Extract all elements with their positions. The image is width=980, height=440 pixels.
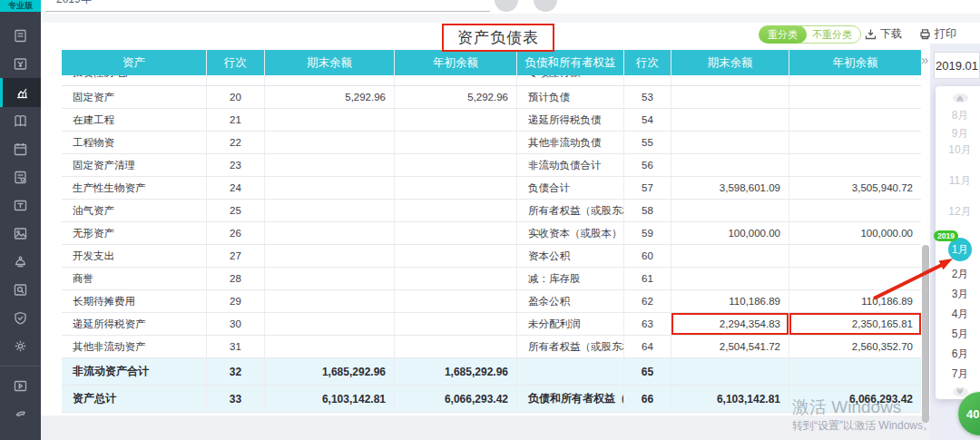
- amount-cell[interactable]: 100,000.00: [789, 222, 921, 244]
- amount-cell[interactable]: [789, 154, 921, 176]
- phone-support-icon: [13, 406, 28, 422]
- amount-cell[interactable]: [671, 132, 789, 153]
- month-item-6月[interactable]: 6月: [936, 344, 980, 364]
- amount-cell[interactable]: [265, 245, 395, 267]
- amount-cell[interactable]: [265, 268, 395, 289]
- amount-cell[interactable]: 110,186.89: [671, 290, 789, 312]
- month-item-2月[interactable]: 2月: [936, 264, 980, 284]
- amount-cell[interactable]: 5,292.96: [265, 86, 395, 108]
- print-button[interactable]: 打印: [919, 26, 956, 42]
- row-label: 负债合计: [517, 177, 624, 199]
- amount-cell[interactable]: [395, 132, 517, 153]
- amount-cell[interactable]: [671, 75, 789, 85]
- sidebar-item-accounts[interactable]: [0, 107, 41, 135]
- amount-cell[interactable]: [671, 358, 789, 385]
- amount-cell[interactable]: [789, 200, 921, 221]
- amount-cell[interactable]: [395, 290, 517, 312]
- amount-cell[interactable]: [789, 132, 921, 153]
- amount-cell[interactable]: 6,103,142.81: [671, 386, 789, 412]
- sidebar-item-payroll[interactable]: [0, 191, 41, 220]
- vertical-scrollbar[interactable]: [922, 245, 929, 423]
- amount-cell[interactable]: [671, 86, 789, 108]
- month-item-4月[interactable]: 4月: [936, 304, 980, 324]
- amount-cell[interactable]: [265, 177, 395, 199]
- amount-cell[interactable]: [789, 268, 921, 289]
- amount-cell[interactable]: 2,560,352.70: [789, 336, 921, 357]
- amount-cell[interactable]: [789, 75, 921, 85]
- scroll-up-icon[interactable]: [953, 93, 968, 103]
- sidebar-item-settings[interactable]: [0, 332, 41, 360]
- period-input[interactable]: 2019年: [56, 0, 92, 7]
- amount-cell[interactable]: 1,685,292.96: [265, 358, 395, 385]
- scroll-down-icon[interactable]: [953, 387, 968, 396]
- amount-cell[interactable]: [265, 222, 395, 244]
- amount-cell[interactable]: [395, 245, 517, 267]
- amount-cell[interactable]: [265, 200, 395, 221]
- amount-cell[interactable]: [265, 109, 395, 131]
- amount-cell[interactable]: [395, 154, 517, 176]
- amount-cell[interactable]: 2,294,354.83: [671, 313, 789, 335]
- month-item-1月[interactable]: 1月2019: [948, 238, 972, 261]
- sidebar-item-image-report[interactable]: [0, 220, 41, 248]
- amount-cell[interactable]: [789, 245, 921, 267]
- column-header: 负债和所有者权益: [517, 50, 624, 75]
- amount-cell[interactable]: 6,103,142.81: [265, 386, 395, 412]
- amount-cell[interactable]: [265, 313, 395, 335]
- amount-cell[interactable]: 2,350,165.81: [789, 313, 921, 335]
- nav-prev-button[interactable]: [495, 0, 518, 12]
- nav-next-button[interactable]: [534, 0, 557, 12]
- amount-cell[interactable]: [395, 75, 517, 85]
- amount-cell[interactable]: 3,598,601.09: [671, 177, 789, 199]
- sidebar-item-security[interactable]: [0, 304, 41, 332]
- month-item-3月[interactable]: 3月: [936, 284, 980, 304]
- amount-cell[interactable]: [265, 290, 395, 312]
- amount-cell[interactable]: [789, 358, 921, 385]
- amount-cell[interactable]: [671, 245, 789, 267]
- amount-cell[interactable]: [265, 336, 395, 357]
- amount-cell[interactable]: [395, 336, 517, 357]
- amount-cell[interactable]: [671, 268, 789, 289]
- amount-cell[interactable]: [671, 109, 789, 131]
- sidebar-item-audit[interactable]: [0, 276, 41, 304]
- reclass-off-button[interactable]: 不重分类: [799, 25, 861, 44]
- month-item-8月[interactable]: 8月: [936, 106, 980, 124]
- amount-cell[interactable]: [265, 75, 395, 85]
- amount-cell[interactable]: [395, 268, 517, 289]
- download-button[interactable]: 下载: [865, 26, 902, 42]
- sidebar-item-service[interactable]: [0, 248, 41, 276]
- amount-cell[interactable]: [395, 222, 517, 244]
- amount-cell[interactable]: [671, 200, 789, 221]
- amount-cell[interactable]: [265, 154, 395, 176]
- sidebar-item-voucher[interactable]: [0, 50, 41, 78]
- amount-cell[interactable]: 6,066,293.42: [395, 386, 517, 412]
- amount-cell[interactable]: 1,685,292.96: [395, 358, 517, 385]
- amount-cell[interactable]: 5,292.96: [395, 86, 517, 108]
- amount-cell[interactable]: 2,504,541.72: [671, 336, 789, 357]
- month-item-11月[interactable]: 11月: [936, 173, 980, 204]
- row-label: 商誉: [62, 268, 207, 289]
- amount-cell[interactable]: 100,000.00: [671, 222, 789, 244]
- amount-cell[interactable]: 110,186.89: [789, 290, 921, 312]
- amount-cell[interactable]: [395, 313, 517, 335]
- month-item-5月[interactable]: 5月: [936, 324, 980, 344]
- amount-cell[interactable]: [395, 177, 517, 199]
- sidebar-item-phone[interactable]: [0, 400, 41, 428]
- month-item-10月[interactable]: 10月: [936, 142, 980, 173]
- sidebar-item-journal[interactable]: [0, 22, 41, 50]
- reclass-on-button[interactable]: 重分类: [759, 25, 807, 44]
- amount-cell[interactable]: [789, 86, 921, 108]
- sidebar-item-invoice[interactable]: [0, 163, 41, 191]
- amount-cell[interactable]: [671, 154, 789, 176]
- amount-cell[interactable]: [265, 132, 395, 153]
- amount-cell[interactable]: [395, 200, 517, 221]
- sidebar-item-reports[interactable]: [0, 78, 41, 107]
- period-selector[interactable]: 2019.01: [934, 52, 980, 79]
- collapse-chevrons-icon[interactable]: »: [921, 52, 928, 67]
- month-item-9月[interactable]: 9月: [936, 124, 980, 142]
- month-item-7月[interactable]: 7月: [936, 364, 980, 384]
- sidebar-item-calendar[interactable]: [0, 135, 41, 163]
- amount-cell[interactable]: [395, 109, 517, 131]
- amount-cell[interactable]: 3,505,940.72: [789, 177, 921, 199]
- sidebar-item-video[interactable]: [0, 372, 41, 400]
- amount-cell[interactable]: [789, 109, 921, 131]
